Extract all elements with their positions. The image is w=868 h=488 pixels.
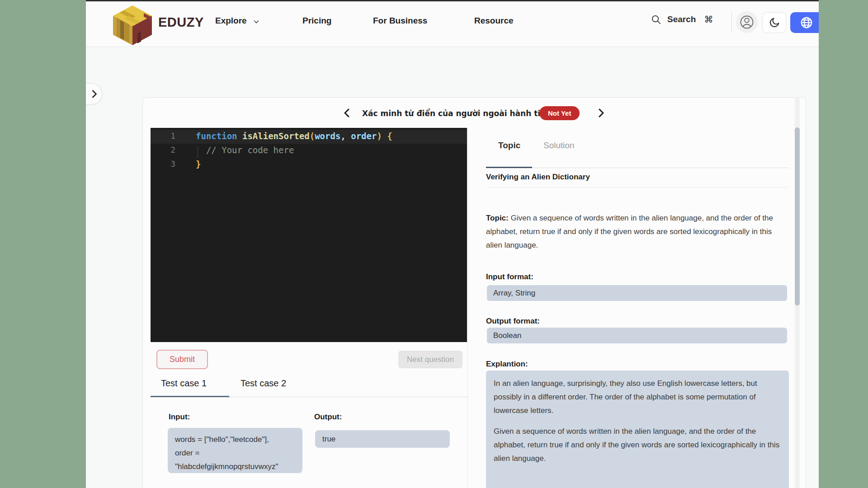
next-question-button[interactable]: Next question [398,351,462,368]
topic-paragraph: Topic:Given a sequence of words written … [486,211,787,252]
chevron-right-icon [89,89,99,99]
tab-topic[interactable]: Topic [498,141,520,150]
nav-item-for-business[interactable]: For Business [373,16,427,26]
heading-divider [486,187,789,188]
user-avatar-button[interactable] [736,11,758,33]
next-question-arrow-button[interactable] [594,107,607,119]
panel-divider [467,128,468,488]
input-format-value: Array, String [487,285,787,301]
code-line: // Your code here [196,145,294,155]
test-input-value: words = ["hello","leetcode"], order = "h… [168,428,302,473]
nav-item-pricing[interactable]: Pricing [302,16,331,26]
explanation-paragraph: Given a sequence of words written in the… [494,425,781,465]
explanation-label: Explantion: [486,360,528,369]
test-output-value: true [315,430,450,448]
line-number: 3 [151,159,175,169]
previous-question-button[interactable] [341,107,354,119]
brand-name[interactable]: EDUZY [158,15,204,30]
challenge-title: Xác minh từ điển của người ngoài hành ti… [362,109,551,118]
tab-solution[interactable]: Solution [543,141,575,150]
code-line: function isAlienSorted(words, order) { [196,131,392,141]
active-tab-underline [151,396,229,397]
eduzy-cube-icon [111,4,154,46]
nav-item-resource[interactable]: Resource [474,16,514,26]
output-format-label: Output format: [486,317,540,326]
code-editor[interactable]: 1 2 3 function isAlienSorted(words, orde… [151,128,467,342]
explanation-paragraph: In an alien language, surprisingly, they… [494,377,781,418]
browser-viewport: EDUZY Explore Pricing For Business Resou… [86,0,819,488]
search-button[interactable]: Search ⌘ [651,14,713,25]
top-navbar: EDUZY Explore Pricing For Business Resou… [86,1,819,47]
output-format-value: Boolean [487,328,787,343]
explanation-box: In an alien language, surprisingly, they… [486,371,789,488]
tab-test-case-1[interactable]: Test case 1 [161,378,207,389]
sidebar-expand-button[interactable] [86,83,102,105]
navbar-divider [731,11,732,33]
topic-inline-label: Topic: [486,214,509,222]
language-button[interactable] [790,12,819,33]
globe-icon [800,16,813,29]
panel-scrollbar-thumb[interactable] [795,127,800,305]
chevron-left-icon [342,108,353,118]
code-line: } [196,159,201,169]
output-label: Output: [314,413,342,422]
moon-icon [769,17,780,28]
search-label: Search [667,14,696,24]
line-number: 2 [151,145,175,155]
search-icon [651,14,661,25]
chevron-down-icon [253,18,260,25]
challenge-card: Xác minh từ điển của người ngoài hành ti… [142,97,806,488]
user-icon [738,14,755,31]
line-number: 1 [151,131,175,141]
indent-guide [198,146,198,158]
submit-button[interactable]: Submit [156,350,208,369]
input-label: Input: [169,413,190,422]
brand-logo[interactable] [111,4,154,46]
tab-test-case-2[interactable]: Test case 2 [241,378,286,389]
dark-mode-toggle[interactable] [762,12,786,33]
panel-active-tab-underline [486,167,532,168]
status-badge: Not Yet [539,106,580,120]
problem-heading: Verifying an Alien Dictionary [486,173,590,182]
command-key-icon: ⌘ [704,14,713,25]
input-format-label: Input format: [486,272,533,282]
nav-item-explore[interactable]: Explore [215,16,260,26]
chevron-right-icon [595,108,606,118]
